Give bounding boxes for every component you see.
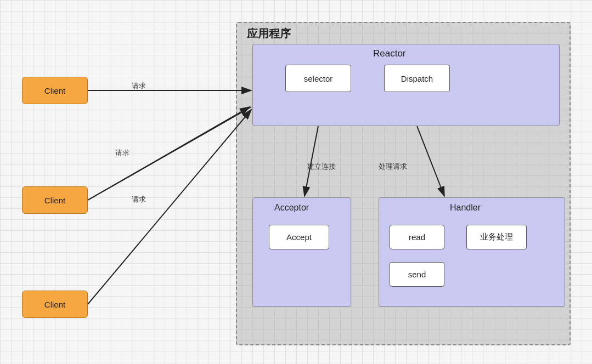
client-box-3: Client [22, 291, 88, 318]
acceptor-label: Acceptor [274, 203, 309, 213]
req1-label: 请求 [132, 81, 146, 91]
accept-label: Accept [286, 232, 312, 242]
req2-label: 请求 [115, 148, 129, 158]
read-label: read [409, 232, 425, 242]
connect-label: 建立连接 [307, 162, 336, 172]
handler-label: Handler [450, 203, 481, 213]
selector-label: selector [304, 74, 333, 83]
selector-box: selector [285, 65, 351, 92]
svg-line-4 [88, 110, 251, 304]
business-box: 业务处理 [466, 225, 527, 249]
read-box: read [390, 225, 444, 249]
reactor-label: Reactor [373, 48, 406, 59]
send-label: send [408, 270, 426, 279]
handle-label: 处理请求 [379, 162, 407, 172]
diagram-container: 应用程序 Reactor selector Dispatch Acceptor … [0, 0, 592, 364]
dispatch-box: Dispatch [384, 65, 450, 92]
client-label-1: Client [44, 86, 65, 95]
send-box: send [390, 262, 444, 287]
client-box-2: Client [22, 186, 88, 214]
accept-box: Accept [269, 225, 329, 249]
app-title: 应用程序 [247, 26, 291, 41]
svg-line-3 [88, 107, 250, 200]
handler-box [379, 197, 565, 307]
svg-line-2 [88, 107, 251, 200]
req3-label: 请求 [132, 195, 146, 204]
client-label-2: Client [44, 196, 65, 205]
client-box-1: Client [22, 77, 88, 104]
client-label-3: Client [44, 300, 65, 309]
business-label: 业务处理 [480, 232, 513, 242]
acceptor-box [252, 197, 351, 307]
dispatch-label: Dispatch [401, 74, 433, 83]
